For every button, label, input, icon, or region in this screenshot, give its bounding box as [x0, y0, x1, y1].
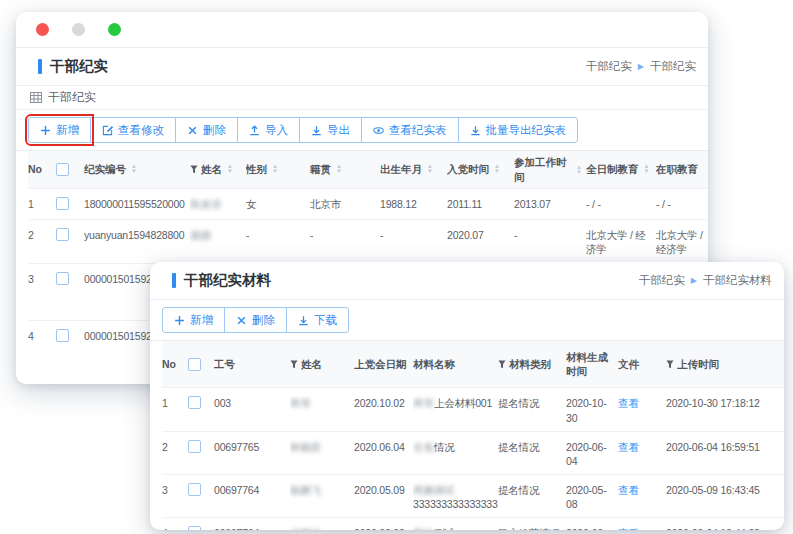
header-cell-name: 姓名▲▼ [190, 153, 246, 185]
header-cell-onjob_education: 在职教育 [656, 153, 708, 185]
cell-job_no: 00697764 [214, 518, 290, 530]
cell-no: 3 [162, 475, 188, 503]
cadre-material-panel-body: 干部纪实材料 干部纪实▶干部纪实材料 新增删除下载 No工号姓名上党会日期材料名… [150, 262, 784, 530]
download-button[interactable]: 下载 [286, 307, 349, 333]
cell-text: 上会材料001 [434, 397, 492, 409]
cell-check [188, 475, 214, 505]
row-checkbox[interactable] [56, 197, 69, 210]
batch-export-record-button[interactable]: 批量导出纪实表 [458, 117, 579, 143]
export-button[interactable]: 导出 [299, 117, 362, 143]
add-button[interactable]: 新增 [162, 307, 225, 333]
table-header-row: No纪实编号▲▼姓名▲▼性别▲▼籍贯▲▼出生年月▲▼入党时间▲▼参加工作时间▲▼… [28, 151, 708, 189]
view-record-table-button-label: 查看纪实表 [389, 123, 447, 138]
cell-name: 杨鹏飞 [290, 475, 354, 503]
add-button[interactable]: 新增 [28, 117, 91, 143]
delete-button[interactable]: 删除 [175, 117, 238, 143]
header-cell-check [188, 349, 214, 380]
view-file-link[interactable]: 查看 [618, 441, 639, 453]
breadcrumb-item[interactable]: 干部纪实 [586, 59, 632, 74]
filter-icon[interactable] [290, 360, 298, 369]
row-checkbox[interactable] [188, 396, 201, 409]
view-file-link[interactable]: 查看 [618, 397, 639, 409]
cell-no: 4 [162, 518, 188, 530]
row-checkbox[interactable] [188, 440, 201, 453]
import-button[interactable]: 导入 [237, 117, 300, 143]
cell-record_id: yuanyuan1594828800 [84, 220, 190, 248]
cell-material_name: 周鹏测试333333333333333 [413, 475, 498, 517]
cell-onjob_education: 北京大学 / 经济学 [656, 220, 708, 262]
cell-text: 测试 [434, 527, 455, 530]
header-cell-material_name: 材料名称 [413, 348, 498, 380]
sort-icon[interactable]: ▲▼ [227, 164, 233, 174]
delete-button-label: 删除 [203, 123, 226, 138]
maximize-button[interactable] [108, 23, 121, 36]
cell-check [188, 432, 214, 462]
breadcrumb-item[interactable]: 干部纪实 [650, 59, 696, 74]
page-title: 干部纪实材料 [172, 271, 271, 290]
cell-name: 圆圆 [190, 220, 246, 248]
toolbar: 新增删除下载 [150, 300, 784, 341]
cell-material_type: 民主推荐情况 [498, 518, 566, 530]
view-file-link[interactable]: 查看 [618, 527, 639, 530]
sort-icon[interactable]: ▲▼ [494, 164, 500, 174]
page-header: 干部纪实材料 干部纪实▶干部纪实材料 [150, 262, 784, 300]
cell-check [56, 264, 84, 294]
sort-icon[interactable]: ▲▼ [576, 165, 582, 175]
select-all-checkbox[interactable] [56, 163, 69, 176]
sort-icon[interactable]: ▲▼ [427, 164, 433, 174]
cell-no: 1 [162, 388, 188, 416]
cell-no: 3 [28, 264, 56, 292]
breadcrumb-item[interactable]: 干部纪实材料 [703, 273, 772, 288]
sort-icon[interactable]: ▲▼ [131, 164, 137, 174]
header-label-material_type: 材料类别 [509, 357, 551, 371]
header-label-fulltime_education: 全日制教育 [586, 162, 639, 176]
close-button[interactable] [36, 23, 49, 36]
header-label-party_meeting_date: 上党会日期 [354, 357, 407, 371]
close-icon [236, 315, 247, 326]
cell-name: 周哥 [290, 388, 354, 416]
row-checkbox[interactable] [188, 483, 201, 496]
sort-icon[interactable]: ▲▼ [336, 164, 342, 174]
cell-native_place: 北京市 [310, 189, 380, 217]
desktop: 干部纪实 干部纪实▶干部纪实 干部纪实 新增查看修改删除导入导出查看纪实表批量导… [0, 0, 793, 534]
redacted-text: 任免 [413, 441, 434, 453]
cell-birth_date: 1988.12 [380, 189, 447, 217]
cell-upload_time: 2020-03-04 13:44:28 [666, 518, 784, 530]
row-checkbox[interactable] [188, 526, 201, 530]
page-title-text: 干部纪实材料 [184, 271, 271, 290]
redacted-text: 周鹏测试 [413, 484, 455, 496]
download-button-label: 下载 [314, 313, 337, 328]
cell-file: 查看 [618, 388, 666, 416]
cell-file: 查看 [618, 475, 666, 503]
row-checkbox[interactable] [56, 272, 69, 285]
row-checkbox[interactable] [56, 228, 69, 241]
view-edit-button[interactable]: 查看修改 [90, 117, 176, 143]
header-cell-check [56, 154, 84, 185]
cell-check [56, 189, 84, 219]
view-record-table-button[interactable]: 查看纪实表 [361, 117, 459, 143]
header-cell-no: No [162, 348, 188, 380]
cell-material_type: 提名情况 [498, 475, 566, 503]
cell-upload_time: 2020-10-30 17:18:12 [666, 388, 784, 416]
sort-icon[interactable]: ▲▼ [644, 164, 650, 174]
row-checkbox[interactable] [56, 329, 69, 342]
cell-no: 4 [28, 321, 56, 349]
table-row: 2yuanyuan1594828800圆圆---2020.07-北京大学 / 经… [28, 220, 708, 263]
view-file-link[interactable]: 查看 [618, 484, 639, 496]
cell-fulltime_education: 北京大学 / 经济学 [586, 220, 656, 262]
breadcrumb-item[interactable]: 干部纪实 [639, 273, 685, 288]
title-accent-bar [38, 59, 42, 74]
filter-icon[interactable] [190, 165, 198, 174]
header-label-name: 姓名 [201, 162, 222, 176]
filter-icon[interactable] [498, 360, 506, 369]
header-cell-gender: 性别▲▼ [246, 153, 310, 185]
sort-icon[interactable]: ▲▼ [272, 164, 278, 174]
header-label-onjob_education: 在职教育 [656, 162, 698, 176]
cell-material_type: 提名情况 [498, 432, 566, 460]
download-icon [298, 315, 309, 326]
delete-button[interactable]: 删除 [224, 307, 287, 333]
cadre-material-table: No工号姓名上党会日期材料名称材料类别材料生成时间文件上传时间1003周哥202… [150, 341, 784, 530]
select-all-checkbox[interactable] [188, 358, 201, 371]
minimize-button[interactable] [72, 23, 85, 36]
filter-icon[interactable] [666, 360, 674, 369]
